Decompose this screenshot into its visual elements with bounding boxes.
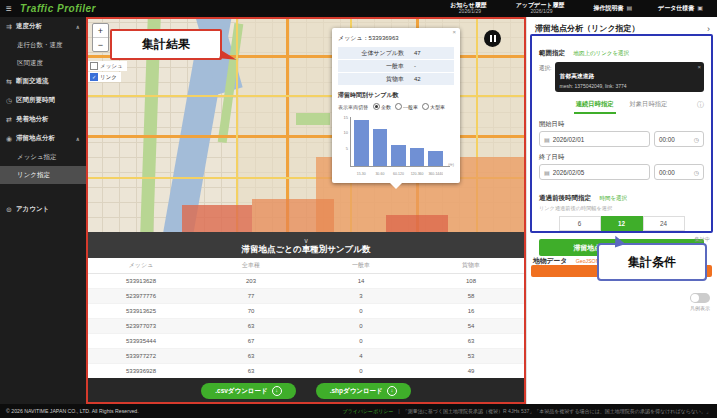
radio-icon[interactable] [373, 103, 380, 110]
map-layer-label: リンク [100, 74, 117, 81]
map-layer-toggle[interactable]: ✓ メッシュ [88, 61, 127, 71]
window-label: 通過前後時間指定 [539, 194, 591, 201]
window-option-button[interactable]: 6 [559, 216, 601, 231]
vehicle-switch-row: 表示車両切替 全数 一般車 [338, 103, 454, 110]
map-canvas[interactable]: + − ✓ メッシュ ✓ リンク [86, 17, 526, 232]
sidebar-item[interactable]: ⇆ 断面交通流 ∧ [0, 72, 86, 91]
zoom-in-button[interactable]: + [93, 24, 108, 38]
chart-x-tick-label: 60-120 [391, 172, 406, 176]
datetime-tab[interactable]: 連続日時指定 [574, 98, 616, 114]
sidebar-item[interactable]: ◷ 区間所要時間 ∧ [0, 91, 86, 110]
result-callout: 集計結果 [110, 29, 222, 60]
dwell-time-bar-chart: 15-3030-6060-120120-360360-1440 51015 (分… [338, 115, 454, 177]
start-time-input[interactable]: 00:00 ◷ [654, 131, 704, 147]
csv-download-button[interactable]: .csvダウンロード ↓ [201, 383, 295, 399]
panel-title: 滞留地点分析（リンク指定） [535, 23, 640, 34]
vehicle-radio-option[interactable]: 一般車 [395, 103, 418, 110]
pause-icon [490, 35, 492, 42]
chart-y-tick-label: 5 [338, 146, 348, 151]
chevron-right-icon[interactable]: › [707, 24, 710, 34]
mesh-heat-overlay-red[interactable] [252, 199, 334, 232]
chart-bar-rect [410, 148, 425, 166]
map-layer-toggles: ✓ メッシュ ✓ リンク [88, 61, 127, 82]
legend-toggle[interactable] [690, 293, 710, 303]
table-cell: 14 [306, 274, 416, 289]
table-cell: 58 [416, 289, 526, 304]
topbar-links: お知らせ履歴 2026/1/29 アップデート履歴 2026/1/29 操作説明… [450, 2, 717, 15]
table-row[interactable]: 53393544467063 [86, 334, 526, 349]
shp-download-button[interactable]: .shpダウンロード ↓ [316, 383, 411, 399]
start-date-input[interactable]: ▤ 2026/02/01 [539, 131, 650, 147]
radio-icon[interactable] [395, 103, 402, 110]
sidebar-item[interactable]: 区間速度 ∧ [0, 54, 86, 72]
table-cell: 533936928 [86, 364, 196, 379]
pause-button[interactable] [484, 30, 501, 47]
map-layer-toggle[interactable]: ✓ リンク [88, 72, 121, 82]
table-row[interactable]: 52397707363054 [86, 319, 526, 334]
close-icon[interactable]: × [452, 29, 456, 35]
table-cell: 16 [416, 304, 526, 319]
info-icon[interactable]: ⓘ [697, 100, 704, 110]
topbar-link[interactable]: 操作説明書 ▤ [593, 5, 632, 12]
mesh-heat-overlay-red[interactable] [182, 205, 252, 232]
table-row[interactable]: 53397727263453 [86, 349, 526, 364]
table-row[interactable]: 53391362820314108 [86, 274, 526, 289]
topbar-link[interactable]: データ仕様書 ▣ [658, 5, 703, 12]
topbar-link-label: 操作説明書 [593, 5, 623, 12]
topbar-link-label: データ仕様書 [658, 5, 694, 12]
download-icon: ↓ [387, 386, 397, 396]
range-label: 範囲指定 [539, 49, 565, 56]
table-column-header: 貨物車 [416, 258, 526, 274]
datetime-tab[interactable]: 対象日時指定 [628, 98, 670, 114]
table-cell: 77 [196, 289, 306, 304]
stat-label: 全体サンプル数 [338, 49, 404, 58]
table-row[interactable]: 52397777677358 [86, 289, 526, 304]
sidebar-item[interactable]: ⇄ 発着地分析 ∧ [0, 110, 86, 129]
stat-label: 貨物車 [338, 75, 404, 84]
checkbox-icon[interactable]: ✓ [90, 62, 98, 70]
clock-icon: ◷ [694, 136, 699, 143]
sidebar-item[interactable]: 走行台数・速度 ∧ [0, 36, 86, 54]
sidebar: ⇉ 速度分析 ∧ 走行台数・速度 ∧ 区間速度 ∧ ⇆ 断面交通流 ∧ ◷ 区間… [0, 17, 86, 404]
selected-road-name: 首都高速道路 [560, 73, 595, 79]
table-cell: 3 [306, 289, 416, 304]
hamburger-icon[interactable]: ≡ [0, 3, 18, 14]
privacy-policy-link[interactable]: プライバシーポリシー [343, 408, 394, 414]
window-select-link[interactable]: 時間を選択 [599, 195, 627, 201]
table-column-header: 全車種 [196, 258, 306, 274]
table-title: 滞留地点ごとの車種別サンプル数 [242, 245, 371, 254]
vehicle-radio-option[interactable]: 全数 [373, 103, 391, 110]
table-cell: 0 [306, 304, 416, 319]
check-icon: ✓ [92, 75, 96, 80]
chevron-down-icon[interactable]: ∨ [303, 237, 308, 244]
selection-label: 選択: [539, 62, 552, 72]
window-option-button[interactable]: 12 [601, 216, 643, 231]
mesh-heat-overlay-red[interactable] [386, 215, 448, 232]
window-segmented-control: 6 12 24 [539, 216, 704, 231]
table-row[interactable]: 53393692863049 [86, 364, 526, 379]
window-option-button[interactable]: 24 [643, 216, 685, 231]
table-title-bar[interactable]: ∨ 滞留地点ごとの車種別サンプル数 [86, 232, 526, 258]
sidebar-item[interactable]: リンク指定 ∧ [0, 166, 86, 184]
topbar-link[interactable]: アップデート履歴 2026/1/29 [516, 2, 568, 15]
vehicle-radio-option[interactable]: 大型車 [422, 103, 445, 110]
sidebar-item[interactable]: メッシュ指定 ∧ [0, 148, 86, 166]
sample-table-panel: ∨ 滞留地点ごとの車種別サンプル数 メッシュ全車種一般車貨物車 53391362… [86, 232, 526, 378]
table-cell: 0 [306, 364, 416, 379]
topbar-link[interactable]: お知らせ履歴 2026/1/29 [450, 2, 489, 15]
table-row[interactable]: 53391362570016 [86, 304, 526, 319]
sidebar-item[interactable]: ◉ 滞留地点分析 ∧ [0, 129, 86, 148]
radio-icon[interactable] [422, 103, 429, 110]
sidebar-item[interactable]: ⊙ アカウント ∧ [0, 200, 86, 219]
end-date-input[interactable]: ▤ 2026/02/05 [539, 164, 650, 180]
end-time-input[interactable]: 00:00 ◷ [654, 164, 704, 180]
table-cell: 533913628 [86, 274, 196, 289]
checkbox-icon[interactable]: ✓ [90, 73, 98, 81]
close-icon[interactable]: × [697, 64, 701, 70]
table-cell: 203 [196, 274, 306, 289]
top-bar: ≡ Traffic Profiler お知らせ履歴 2026/1/29 アップデ… [0, 0, 717, 17]
sidebar-item[interactable]: ⇉ 速度分析 ∧ [0, 17, 86, 36]
table-cell: 53 [416, 349, 526, 364]
range-select-link[interactable]: 地図上のリンクを選択 [573, 50, 629, 56]
zoom-out-button[interactable]: − [93, 38, 108, 51]
